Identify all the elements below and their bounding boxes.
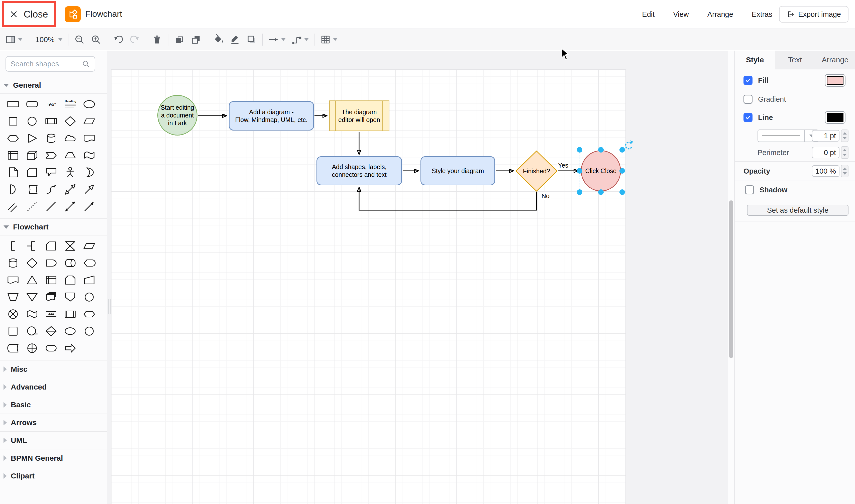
shape-line[interactable]	[41, 198, 61, 215]
edge-label-yes[interactable]: Yes	[557, 162, 570, 169]
vertical-scrollbar-thumb[interactable]	[729, 200, 733, 358]
shape-sequential-access[interactable]	[22, 323, 41, 340]
selection-handle-sw[interactable]	[577, 190, 582, 195]
shape-or[interactable]	[80, 164, 99, 181]
shape-multi-document[interactable]	[41, 289, 61, 306]
shape-hexagon[interactable]	[3, 130, 22, 147]
shape-parallelogram[interactable]	[80, 113, 99, 130]
shape-sort[interactable]	[41, 323, 61, 340]
shape-display[interactable]	[80, 254, 99, 272]
shadow-button[interactable]	[244, 33, 259, 47]
shape-rectangle[interactable]	[3, 96, 22, 113]
shape-data-storage[interactable]	[22, 181, 41, 198]
shape-terminator[interactable]	[41, 340, 61, 357]
shape-connector-2[interactable]	[80, 323, 99, 340]
edge-label-no[interactable]: No	[540, 192, 551, 200]
tab-arrange[interactable]: Arrange	[815, 51, 855, 69]
shape-off-page-connector[interactable]	[61, 289, 80, 306]
shape-predefined-process[interactable]	[61, 306, 80, 323]
node-add-diagram[interactable]: Add a diagram - Flow, Mindmap, UML, etc.	[229, 101, 314, 130]
page-view-button[interactable]	[3, 33, 24, 47]
shape-callout[interactable]	[41, 164, 61, 181]
shape-annotation-2[interactable]	[22, 237, 41, 254]
shape-delay[interactable]	[41, 254, 61, 272]
connection-button[interactable]	[267, 33, 287, 47]
fill-color-button[interactable]	[211, 33, 225, 47]
line-color-swatch[interactable]	[825, 111, 845, 124]
selection-handle-n[interactable]	[598, 147, 604, 152]
shape-annotation[interactable]	[3, 237, 22, 254]
shape-bidirectional-connector[interactable]	[61, 198, 80, 215]
shape-summing-junction[interactable]	[22, 340, 41, 357]
line-width-input[interactable]: 1 pt	[812, 130, 839, 142]
edge-no-loop[interactable]	[359, 187, 536, 210]
menu-arrange[interactable]: Arrange	[708, 10, 733, 19]
section-uml[interactable]: UML	[0, 432, 107, 449]
selection-handle-se[interactable]	[620, 190, 625, 195]
shape-arrow[interactable]	[80, 181, 99, 198]
shape-text[interactable]: Text	[41, 96, 61, 113]
shape-or-junction[interactable]	[3, 306, 22, 323]
shape-triangle[interactable]	[22, 130, 41, 147]
shape-ellipse[interactable]	[80, 96, 99, 113]
opacity-stepper[interactable]	[841, 165, 849, 177]
search-shapes-input[interactable]: Search shapes	[5, 56, 95, 72]
shape-manual-operation[interactable]	[3, 289, 22, 306]
shape-extract[interactable]	[22, 272, 41, 289]
close-button[interactable]: Close	[4, 3, 54, 25]
tab-text[interactable]: Text	[775, 51, 815, 69]
shape-card[interactable]	[22, 164, 41, 181]
shape-cylinder[interactable]	[41, 130, 61, 147]
section-bpmn-general[interactable]: BPMN General	[0, 449, 107, 467]
shape-link[interactable]	[3, 198, 22, 215]
shape-collate[interactable]	[61, 237, 80, 254]
node-start[interactable]: Start editing a document in Lark	[157, 95, 197, 136]
line-style-dropdown[interactable]	[758, 129, 819, 142]
menu-extras[interactable]: Extras	[752, 10, 772, 19]
shape-merge[interactable]	[22, 289, 41, 306]
line-checkbox[interactable]	[744, 113, 752, 122]
shape-stored-data[interactable]	[3, 340, 22, 357]
perimeter-stepper[interactable]	[841, 146, 849, 159]
shape-connector[interactable]	[80, 289, 99, 306]
zoom-level-dropdown[interactable]: 100%	[32, 34, 64, 46]
shape-manual-input[interactable]	[80, 272, 99, 289]
shape-heading[interactable]: Heading	[61, 96, 80, 113]
shape-database[interactable]	[3, 254, 22, 272]
selection-handle-s[interactable]	[598, 190, 604, 195]
shape-process[interactable]	[41, 113, 61, 130]
node-style-diagram[interactable]: Style your diagram	[421, 156, 495, 185]
shape-parallel-mode[interactable]	[41, 306, 61, 323]
shape-bidirectional-arrow[interactable]	[61, 181, 80, 198]
section-clipart[interactable]: Clipart	[0, 467, 107, 485]
canvas-page[interactable]: Start editing a document in LarkAdd a di…	[111, 69, 626, 504]
zoom-out-button[interactable]	[72, 33, 87, 47]
shape-curve[interactable]	[41, 181, 61, 198]
selection-handle-w[interactable]	[577, 168, 582, 174]
shape-note[interactable]	[3, 164, 22, 181]
fill-color-swatch[interactable]	[825, 74, 845, 87]
shape-circle[interactable]	[22, 113, 41, 130]
shape-decision[interactable]	[22, 254, 41, 272]
shape-dotted-line[interactable]	[22, 198, 41, 215]
section-arrows[interactable]: Arrows	[0, 414, 107, 432]
section-misc[interactable]: Misc	[0, 360, 107, 378]
shape-cube[interactable]	[22, 147, 41, 164]
shape-square[interactable]	[3, 113, 22, 130]
line-color-button[interactable]	[228, 33, 242, 47]
shape-step[interactable]	[41, 147, 61, 164]
selection-handle-e[interactable]	[620, 168, 625, 174]
shape-cloud[interactable]	[61, 130, 80, 147]
shape-card[interactable]	[41, 237, 61, 254]
rotate-handle-icon[interactable]	[623, 140, 633, 150]
shape-document[interactable]	[3, 272, 22, 289]
undo-button[interactable]	[111, 33, 125, 47]
shape-diamond[interactable]	[61, 113, 80, 130]
shape-paper-tape[interactable]	[22, 306, 41, 323]
redo-button[interactable]	[128, 33, 142, 47]
shape-start[interactable]	[61, 323, 80, 340]
shape-data[interactable]	[80, 237, 99, 254]
shape-loop-limit[interactable]	[61, 272, 80, 289]
shadow-checkbox[interactable]	[745, 185, 754, 194]
tab-style[interactable]: Style	[735, 51, 775, 69]
